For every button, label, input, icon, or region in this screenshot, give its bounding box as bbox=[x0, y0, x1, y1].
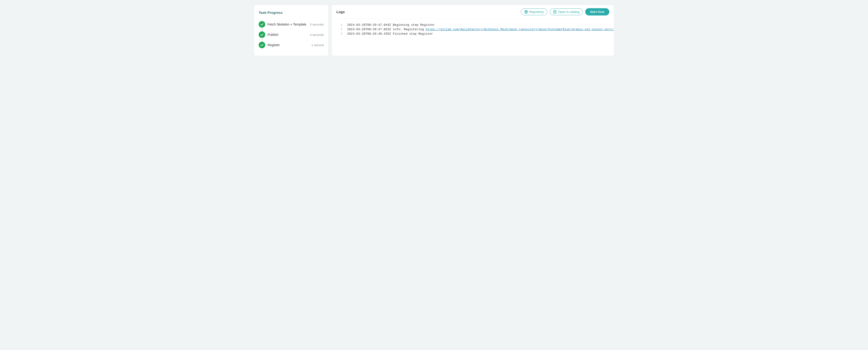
logs-header: Logs Repository bbox=[332, 5, 614, 19]
repository-button[interactable]: Repository bbox=[521, 8, 547, 15]
log-number-3: 3 bbox=[336, 32, 342, 36]
task-left: Fetch Skeleton + Template bbox=[259, 21, 306, 28]
task-name-publish: Publish bbox=[268, 33, 278, 36]
log-link[interactable]: https://gitlab.com/AgileFactory/Witboost… bbox=[426, 28, 614, 31]
log-line-3: 3 2024-03-28T08:29:48.435Z Finished step… bbox=[332, 32, 614, 36]
task-duration-register: 1 second bbox=[311, 43, 324, 47]
open-in-catalog-button[interactable]: Open in catalog bbox=[550, 8, 583, 15]
log-line-2: 2 2024-03-28T08:29:47.053Z info: Registe… bbox=[332, 27, 614, 32]
task-item-register: Register 1 second bbox=[259, 40, 324, 50]
right-panel: Logs Repository bbox=[332, 5, 614, 56]
task-left-3: Register bbox=[259, 42, 280, 48]
task-left-2: Publish bbox=[259, 31, 278, 38]
log-text-1: 2024-03-28T08:29:47.044Z Beginning step … bbox=[347, 23, 435, 27]
task-name-fetch: Fetch Skeleton + Template bbox=[268, 23, 306, 26]
task-item-fetch: Fetch Skeleton + Template 5 seconds bbox=[259, 19, 324, 30]
logs-title: Logs bbox=[336, 10, 345, 14]
log-number-1: 1 bbox=[336, 23, 342, 27]
panel-title: Task Progress bbox=[259, 10, 324, 14]
check-icon-register bbox=[259, 42, 265, 48]
log-line-1: 1 2024-03-28T08:29:47.044Z Beginning ste… bbox=[332, 23, 614, 27]
start-over-button[interactable]: Start Over bbox=[585, 8, 609, 16]
header-actions: Repository Open in catalog Start Over bbox=[521, 8, 609, 16]
log-number-2: 2 bbox=[336, 28, 342, 31]
task-duration-publish: 4 seconds bbox=[310, 33, 324, 36]
log-text-2: 2024-03-28T08:29:47.053Z info: Registeri… bbox=[347, 28, 614, 31]
repository-label: Repository bbox=[529, 10, 544, 13]
globe-icon bbox=[524, 10, 528, 13]
task-duration-fetch: 5 seconds bbox=[310, 23, 324, 26]
log-text-3: 2024-03-28T08:29:48.435Z Finished step R… bbox=[347, 32, 433, 36]
catalog-icon bbox=[553, 10, 557, 13]
task-list: Fetch Skeleton + Template 5 seconds Publ… bbox=[259, 19, 324, 50]
main-container: Task Progress Fetch Skeleton + Template … bbox=[254, 5, 614, 56]
logs-content[interactable]: 1 2024-03-28T08:29:47.044Z Beginning ste… bbox=[332, 19, 614, 56]
task-name-register: Register bbox=[268, 43, 280, 47]
open-in-catalog-label: Open in catalog bbox=[558, 10, 579, 13]
start-over-label: Start Over bbox=[590, 10, 604, 13]
task-item-publish: Publish 4 seconds bbox=[259, 30, 324, 40]
left-panel: Task Progress Fetch Skeleton + Template … bbox=[254, 5, 329, 56]
